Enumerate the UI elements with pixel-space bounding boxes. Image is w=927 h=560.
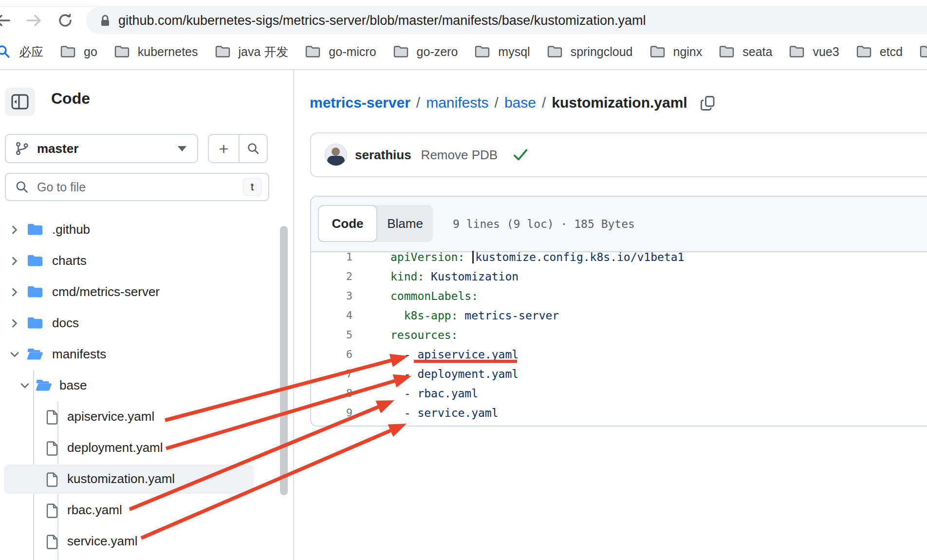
bookmark-item[interactable]: 必应 — [0, 44, 43, 60]
chevron-right-icon — [9, 255, 20, 267]
tree-item-base[interactable]: base — [0, 370, 293, 401]
copy-icon[interactable] — [699, 94, 717, 112]
tree-item-docs[interactable]: docs — [0, 308, 293, 339]
line-number[interactable]: 6 — [311, 345, 352, 364]
branch-selector[interactable]: master — [5, 134, 198, 163]
code-line-7[interactable]: 7 - deployment.yaml — [311, 364, 927, 384]
code-line-3[interactable]: 3commonLabels: — [311, 286, 927, 306]
bookmark-item[interactable]: nginx — [650, 45, 703, 59]
breadcrumb-segment[interactable]: manifests — [426, 94, 488, 111]
bookmark-item[interactable]: go — [60, 45, 97, 59]
file-icon — [45, 410, 60, 425]
bookmark-item[interactable]: java 开发 — [215, 44, 289, 60]
breadcrumb-segment[interactable]: base — [504, 94, 536, 111]
sidebar-divider[interactable] — [293, 70, 294, 560]
chevron-down-icon[interactable] — [19, 380, 31, 392]
tree-item-charts[interactable]: charts — [0, 245, 293, 277]
chevron-down-icon — [178, 146, 186, 151]
forward-icon[interactable] — [24, 11, 43, 30]
chevron-right-icon[interactable] — [9, 255, 20, 267]
folder-icon — [27, 285, 43, 299]
go-to-file-placeholder: Go to file — [37, 180, 235, 194]
sidebar-scrollbar[interactable] — [280, 226, 288, 495]
line-number[interactable]: 2 — [311, 267, 352, 286]
code-line-2[interactable]: 2kind: Kustomization — [311, 267, 927, 286]
tree-item-manifests[interactable]: manifests — [0, 339, 293, 370]
go-to-file-input[interactable]: Go to file t — [5, 173, 269, 201]
line-number[interactable]: 7 — [311, 364, 352, 384]
bookmark-item[interactable]: kubernetes — [114, 45, 198, 59]
reload-icon[interactable] — [56, 11, 75, 30]
line-content: resources: — [390, 325, 458, 345]
tree-item-label: manifests — [52, 347, 106, 362]
bookmark-label: seata — [742, 45, 772, 59]
tree-item-cmd-metrics-server[interactable]: cmd/metrics-server — [0, 277, 293, 308]
tree-item-.github[interactable]: .github — [0, 214, 293, 245]
bookmark-item[interactable]: springcloud — [547, 45, 633, 59]
chevron-right-icon — [9, 224, 20, 236]
folder-icon — [27, 316, 43, 330]
chevron-down-icon[interactable] — [9, 349, 20, 360]
bookmark-item[interactable]: mysql — [475, 45, 530, 59]
screenshot-root: github.com/kubernetes-sigs/metrics-serve… — [0, 0, 927, 560]
tree-item-label: .github — [52, 222, 90, 237]
chevron-right-icon[interactable] — [9, 286, 20, 298]
folder-open-icon — [27, 347, 43, 361]
line-number[interactable]: 5 — [311, 325, 352, 345]
line-number[interactable]: 9 — [311, 403, 352, 423]
add-file-button[interactable]: + — [209, 135, 240, 162]
folder-icon — [60, 45, 75, 58]
tree-item-service.yaml[interactable]: service.yaml — [0, 526, 293, 557]
url-text[interactable]: github.com/kubernetes-sigs/metrics-serve… — [118, 7, 646, 34]
code-line-4[interactable]: 4 k8s-app: metrics-server — [311, 306, 927, 325]
bookmark-item[interactable]: etcd — [856, 45, 903, 59]
commit-author[interactable]: serathius — [355, 148, 411, 163]
tree-item-rbac.yaml[interactable]: rbac.yaml — [0, 495, 293, 526]
code-line-1[interactable]: 1apiVersion: kustomize.config.k8s.io/v1b… — [311, 247, 927, 267]
folder-icon — [719, 45, 734, 58]
chevron-right-icon — [9, 286, 20, 298]
chevron-right-icon[interactable] — [9, 317, 20, 329]
tree-item-deployment.yaml[interactable]: deployment.yaml — [0, 432, 293, 464]
folder-icon — [650, 45, 665, 58]
tree-item-label: service.yaml — [67, 534, 137, 549]
folder-icon — [475, 45, 490, 58]
code-line-9[interactable]: 9 - service.yaml — [311, 403, 927, 423]
chevron-right-icon — [9, 317, 20, 329]
code-line-8[interactable]: 8 - rbac.yaml — [311, 384, 927, 403]
line-content: k8s-app: metrics-server — [390, 306, 559, 325]
line-content: commonLabels: — [390, 286, 478, 306]
line-number[interactable]: 8 — [311, 384, 352, 403]
line-number[interactable]: 4 — [311, 306, 352, 325]
tree-item-label: docs — [52, 316, 79, 331]
bookmark-item[interactable]: go-micro — [305, 45, 376, 59]
tab-blame[interactable]: Blame — [377, 205, 433, 242]
bookmark-item[interactable] — [920, 45, 927, 58]
back-icon[interactable] — [0, 11, 13, 30]
bookmark-label: etcd — [880, 45, 903, 59]
search-code-button[interactable] — [240, 142, 267, 155]
bookmark-label: kubernetes — [138, 45, 198, 59]
bookmark-item[interactable]: seata — [719, 45, 772, 59]
bookmark-item[interactable]: vue3 — [789, 45, 839, 59]
file-icon — [45, 410, 60, 425]
commit-message[interactable]: Remove PDB — [421, 148, 498, 163]
line-number[interactable]: 1 — [311, 247, 352, 267]
collapse-sidebar-button[interactable] — [5, 88, 35, 116]
lock-icon[interactable] — [97, 13, 113, 29]
tab-code[interactable]: Code — [318, 205, 377, 242]
breadcrumb-segment[interactable]: metrics-server — [310, 94, 410, 111]
bookmark-label: java 开发 — [239, 44, 289, 60]
avatar[interactable] — [325, 144, 347, 166]
check-icon[interactable] — [512, 148, 529, 162]
line-content: - service.yaml — [390, 403, 499, 423]
line-number[interactable]: 3 — [311, 286, 352, 306]
tree-item-apiservice.yaml[interactable]: apiservice.yaml — [0, 401, 293, 432]
chevron-right-icon[interactable] — [9, 224, 20, 236]
code-line-5[interactable]: 5resources: — [311, 325, 927, 345]
bookmark-item[interactable]: go-zero — [393, 45, 458, 59]
latest-commit-bar[interactable]: serathius Remove PDB — [310, 132, 927, 177]
breadcrumb-separator: / — [495, 94, 499, 111]
tree-item-kustomization.yaml[interactable]: kustomization.yaml — [0, 464, 293, 495]
code-line-6[interactable]: 6 - apiservice.yaml — [311, 345, 927, 364]
